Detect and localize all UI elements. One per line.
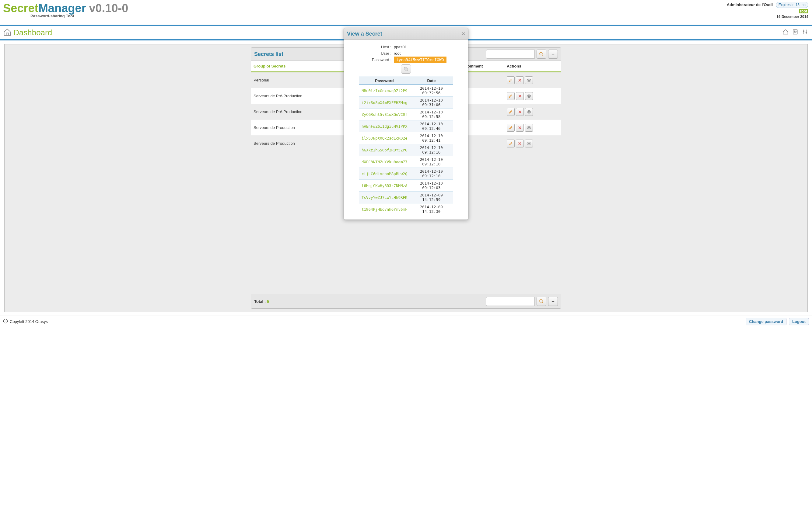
logo-part-b: Manager <box>38 2 86 15</box>
search-button[interactable] <box>537 50 546 59</box>
search-input-bottom[interactable] <box>486 297 535 306</box>
history-date: 2014-12-10 09:32:56 <box>410 85 453 97</box>
edit-button[interactable] <box>507 108 515 116</box>
history-row: NBu0lzIxGnxmwqDZt2P92014-12-10 09:32:56 <box>359 85 453 97</box>
history-date: 2014-12-10 09:12:58 <box>410 109 453 121</box>
current-date: 16 December 2014 <box>727 15 808 19</box>
view-button[interactable] <box>525 108 533 116</box>
cell-actions <box>504 72 561 88</box>
password-history-table: Password Date NBu0lzIxGnxmwqDZt2P92014-1… <box>359 77 453 215</box>
cell-group: Serveurs de Production <box>251 136 349 151</box>
history-col-password: Password <box>359 77 410 85</box>
delete-button[interactable] <box>516 124 524 132</box>
cell-actions <box>504 120 561 136</box>
svg-point-12 <box>3 319 7 323</box>
cell-group: Serveurs de Production <box>251 120 349 136</box>
copyleft-icon <box>3 319 8 324</box>
delete-button[interactable] <box>516 92 524 100</box>
logout-button[interactable]: Logout <box>789 318 809 325</box>
history-date: 2014-12-10 09:31:06 <box>410 97 453 109</box>
cell-comment <box>462 136 504 151</box>
copyleft-text: Copyleft 2014 Orasys <box>10 319 48 324</box>
history-password[interactable]: dXEC3NTNZuYVku0oem77 <box>359 156 410 168</box>
delete-button[interactable] <box>516 108 524 116</box>
total-label: Total : <box>254 299 266 304</box>
history-row: TsVvyYwZJ7cwYcHh9RFK2014-12-09 14:12:59 <box>359 192 453 203</box>
add-button[interactable]: ＋ <box>548 50 558 59</box>
view-button[interactable] <box>525 140 533 147</box>
view-button[interactable] <box>525 124 533 132</box>
password-value[interactable]: tyea34f5wvTIIOcrIGWO <box>394 57 447 63</box>
history-password[interactable]: hGXkz2hG50pf2RUY5ZrG <box>359 144 410 156</box>
svg-rect-14 <box>404 67 407 70</box>
history-password[interactable]: ctjLC6divcooM8pBLw2Q <box>359 168 410 180</box>
edit-button[interactable] <box>507 92 515 100</box>
delete-button[interactable] <box>516 76 524 84</box>
app-logo: SecretManager v0.10-0 <box>3 2 809 15</box>
root-badge: root <box>799 9 808 13</box>
edit-button[interactable] <box>507 140 515 147</box>
change-password-button[interactable]: Change password <box>746 318 787 325</box>
delete-button[interactable] <box>516 140 524 147</box>
view-button[interactable] <box>525 92 533 100</box>
admin-label: Administrateur de l'Outil <box>727 2 773 7</box>
cell-comment <box>462 88 504 104</box>
view-button[interactable] <box>525 76 533 84</box>
history-password[interactable]: ilxSJNpX0Qx2sdEcRD2e <box>359 132 410 144</box>
history-row: t1964PjHbo7nh6Ymv6mF2014-12-09 14:12:30 <box>359 203 453 215</box>
history-password[interactable]: i2irSd8pX4mFXEEHZMmg <box>359 97 410 109</box>
history-date: 2014-12-10 09:12:16 <box>410 144 453 156</box>
add-button-bottom[interactable]: ＋ <box>548 297 558 306</box>
page-title: Dashboard <box>13 28 52 37</box>
history-password[interactable]: NBu0lzIxGnxmwqDZt2P9 <box>359 85 410 97</box>
history-password[interactable]: hAEnFwZ6I1dgiuHVIPPX <box>359 121 410 132</box>
app-footer: Copyleft 2014 Orasys Change password Log… <box>0 315 812 327</box>
edit-button[interactable] <box>507 76 515 84</box>
cell-comment <box>462 120 504 136</box>
panel-title: Secrets list <box>254 51 283 57</box>
history-row: ctjLC6divcooM8pBLw2Q2014-12-10 09:12:10 <box>359 168 453 180</box>
session-expires-button[interactable]: Expires in 15 mn <box>776 2 808 8</box>
history-date: 2014-12-10 09:12:03 <box>410 180 453 192</box>
cell-group: Serveurs de Pré-Production <box>251 104 349 120</box>
history-password[interactable]: ZyCGRqht5vS1wXGoVC0f <box>359 109 410 121</box>
svg-point-1 <box>794 31 795 32</box>
copy-password-button[interactable] <box>401 65 411 74</box>
total-value: 5 <box>267 299 269 304</box>
edit-button[interactable] <box>507 124 515 132</box>
home-icon[interactable] <box>3 28 12 37</box>
svg-point-10 <box>528 143 530 144</box>
history-row: ilxSJNpX0Qx2sdEcRD2e2014-12-10 09:12:41 <box>359 132 453 144</box>
history-password[interactable]: TsVvyYwZJ7cwYcHh9RFK <box>359 192 410 203</box>
history-password[interactable]: t1964PjHbo7nh6Ymv6mF <box>359 203 410 215</box>
app-tagline: Password-sharing Tool <box>31 14 809 18</box>
history-row: hGXkz2hG50pf2RUY5ZrG2014-12-10 09:12:16 <box>359 144 453 156</box>
history-date: 2014-12-09 14:12:59 <box>410 192 453 203</box>
history-row: dXEC3NTNZuYVku0oem772014-12-10 09:12:10 <box>359 156 453 168</box>
logo-part-a: Secret <box>3 2 38 15</box>
header-home-icon[interactable] <box>782 29 789 35</box>
history-date: 2014-12-09 14:12:30 <box>410 203 453 215</box>
host-value: ppas01 <box>394 45 407 49</box>
history-password[interactable]: l6HqjCKwHyRD3z7NMNzA <box>359 180 410 192</box>
view-secret-modal: View a Secret × Host : ppas01 User : roo… <box>344 28 468 220</box>
col-group[interactable]: Group of Secrets <box>251 61 349 72</box>
history-date: 2014-12-10 09:12:10 <box>410 156 453 168</box>
svg-point-8 <box>528 111 530 112</box>
password-label: Password : <box>348 57 394 62</box>
app-header: SecretManager v0.10-0 Password-sharing T… <box>0 0 812 25</box>
svg-point-9 <box>528 127 530 128</box>
user-label: User : <box>348 51 394 56</box>
history-col-date: Date <box>410 77 453 85</box>
col-comment[interactable]: Comment <box>462 61 504 72</box>
host-label: Host : <box>348 45 394 49</box>
header-secrets-icon[interactable] <box>792 29 799 35</box>
modal-close-icon[interactable]: × <box>462 31 465 37</box>
search-button-bottom[interactable] <box>537 297 546 306</box>
history-row: i2irSd8pX4mFXEEHZMmg2014-12-10 09:31:06 <box>359 97 453 109</box>
header-settings-icon[interactable] <box>802 29 808 35</box>
svg-point-11 <box>540 300 542 302</box>
search-input[interactable] <box>486 50 535 59</box>
svg-point-2 <box>796 31 796 32</box>
cell-comment <box>462 104 504 120</box>
